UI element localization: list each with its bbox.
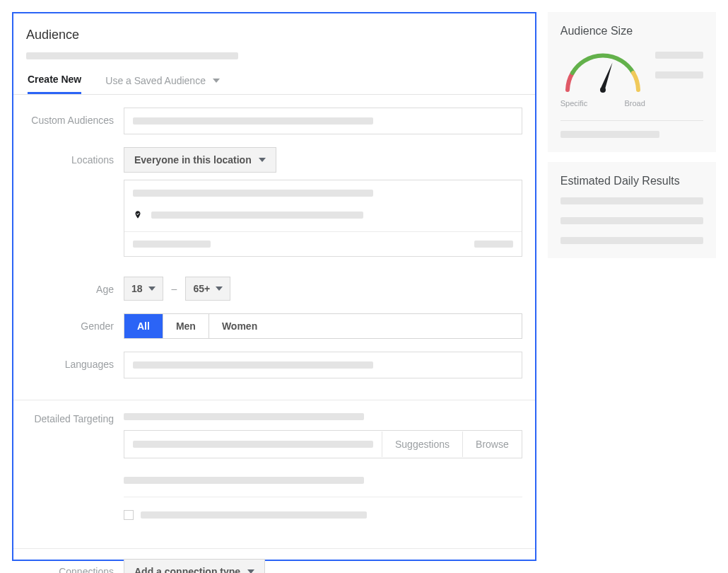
detailed-targeting-subtitle-placeholder xyxy=(124,413,364,420)
panel-title: Audience xyxy=(26,28,522,42)
languages-input[interactable] xyxy=(124,352,522,378)
gauge-needle-icon xyxy=(600,62,612,93)
audience-size-panel: Audience Size Specific Broad xyxy=(548,12,716,152)
gender-toggle: All Men Women xyxy=(124,313,522,339)
connections-select-value: Add a connection type xyxy=(134,566,240,573)
gender-men-button[interactable]: Men xyxy=(163,314,209,338)
gauge-specific-label: Specific xyxy=(560,99,588,108)
audience-size-line-1 xyxy=(655,52,703,59)
tab-saved-label: Use a Saved Audience xyxy=(105,75,206,86)
gauge-red-arc xyxy=(568,73,573,90)
checkbox-label-placeholder xyxy=(141,511,367,519)
label-custom-audiences: Custom Audiences xyxy=(26,108,124,126)
location-footer-left-placeholder[interactable] xyxy=(133,241,211,248)
age-range-separator: – xyxy=(172,283,177,294)
tab-create-new[interactable]: Create New xyxy=(28,74,81,94)
age-range-group: 18 – 65+ xyxy=(124,277,522,301)
label-connections: Connections xyxy=(26,559,124,573)
gauge-broad-label: Broad xyxy=(624,99,645,108)
row-gender: Gender All Men Women xyxy=(26,313,522,339)
location-name-placeholder xyxy=(151,212,363,219)
row-connections: Connections Add a connection type xyxy=(26,559,522,573)
gauge-yellow-arc xyxy=(633,73,638,90)
gender-women-button[interactable]: Women xyxy=(209,314,270,338)
side-column: Audience Size Specific Broad xyxy=(548,12,716,561)
label-locations: Locations xyxy=(26,147,124,166)
gender-all-button[interactable]: All xyxy=(124,314,163,338)
audience-size-footer-placeholder xyxy=(560,131,659,138)
expand-targeting-checkbox[interactable] xyxy=(124,510,134,520)
age-min-value: 18 xyxy=(131,283,143,294)
detailed-targeting-input-group: Suggestions Browse xyxy=(124,430,522,458)
estimated-line-2 xyxy=(560,217,703,224)
estimated-results-title: Estimated Daily Results xyxy=(560,175,703,187)
chevron-down-icon xyxy=(259,158,266,162)
row-locations: Locations Everyone in this location xyxy=(26,147,522,257)
locations-editor xyxy=(124,180,522,257)
input-placeholder xyxy=(133,361,373,369)
location-item[interactable] xyxy=(124,206,522,232)
label-detailed-targeting: Detailed Targeting xyxy=(26,413,124,424)
gauge-green-arc xyxy=(573,56,633,73)
label-languages: Languages xyxy=(26,352,124,370)
location-scope-select[interactable]: Everyone in this location xyxy=(124,147,276,173)
separator xyxy=(124,497,522,497)
suggestions-button[interactable]: Suggestions xyxy=(382,432,462,457)
connections-section: Connections Add a connection type xyxy=(13,548,535,573)
custom-audiences-input[interactable] xyxy=(124,108,522,134)
chevron-down-icon xyxy=(148,286,155,291)
row-age: Age 18 – 65+ xyxy=(26,277,522,301)
panel-header: Audience xyxy=(13,13,535,59)
age-max-select[interactable]: 65+ xyxy=(185,277,230,301)
row-custom-audiences: Custom Audiences xyxy=(26,108,522,134)
basic-targeting-section: Custom Audiences Locations Everyone in t… xyxy=(13,95,535,400)
svg-point-1 xyxy=(600,87,606,93)
row-detailed-targeting: Detailed Targeting Suggestions Browse xyxy=(26,413,522,520)
connections-select[interactable]: Add a connection type xyxy=(124,559,265,573)
location-footer-right-placeholder[interactable] xyxy=(474,241,513,248)
detailed-targeting-input[interactable] xyxy=(124,432,382,457)
input-placeholder xyxy=(133,117,373,125)
chevron-down-icon xyxy=(213,79,220,83)
subtitle-placeholder xyxy=(26,52,238,59)
audience-size-line-2 xyxy=(655,71,703,79)
label-gender: Gender xyxy=(26,313,124,332)
chevron-down-icon xyxy=(247,569,254,573)
tab-use-saved-audience[interactable]: Use a Saved Audience xyxy=(105,75,220,93)
age-max-value: 65+ xyxy=(193,283,210,294)
age-min-select[interactable]: 18 xyxy=(124,277,163,301)
detailed-targeting-section: Detailed Targeting Suggestions Browse xyxy=(13,400,535,548)
expand-checkbox-row xyxy=(124,510,522,520)
audience-panel: Audience Create New Use a Saved Audience… xyxy=(12,12,536,561)
location-summary-placeholder xyxy=(133,190,373,197)
browse-button[interactable]: Browse xyxy=(462,432,522,457)
audience-size-title: Audience Size xyxy=(560,25,703,37)
svg-marker-0 xyxy=(601,62,612,91)
detailed-targeting-note-placeholder xyxy=(124,477,364,484)
map-pin-icon xyxy=(133,209,143,221)
estimated-results-panel: Estimated Daily Results xyxy=(548,162,716,258)
location-scope-value: Everyone in this location xyxy=(134,154,252,166)
separator xyxy=(560,120,703,121)
row-languages: Languages xyxy=(26,352,522,378)
audience-size-gauge: Specific Broad xyxy=(560,47,645,108)
estimated-line-3 xyxy=(560,237,703,244)
input-placeholder xyxy=(133,441,373,448)
tabs: Create New Use a Saved Audience xyxy=(13,74,535,95)
location-footer xyxy=(124,232,522,256)
chevron-down-icon xyxy=(216,286,223,291)
estimated-line-1 xyxy=(560,197,703,204)
label-age: Age xyxy=(26,277,124,295)
